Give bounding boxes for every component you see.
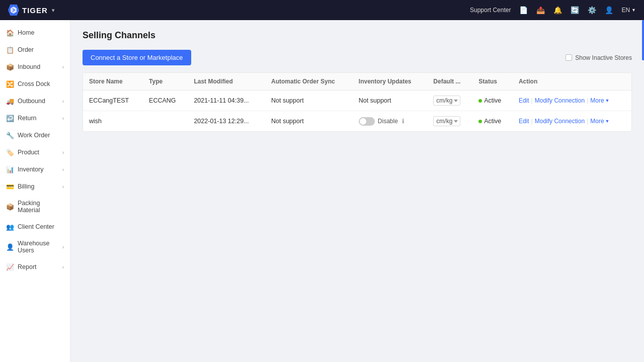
sidebar-item-home[interactable]: 🏠 Home bbox=[0, 24, 70, 41]
tiger-logo-icon bbox=[8, 5, 19, 16]
order-icon: 📋 bbox=[6, 46, 14, 54]
sidebar-label-cross-dock: Cross Dock bbox=[18, 80, 50, 87]
action-group: Edit | Modify Connection | More ▼ bbox=[519, 118, 625, 125]
show-inactive-label: Show Inactive Stores bbox=[575, 54, 632, 61]
connect-store-button[interactable]: Connect a Store or Marketplace bbox=[83, 50, 191, 65]
sidebar-item-left-packing-material: 📦 Packing Material bbox=[6, 200, 64, 214]
inventory-toggle-1[interactable] bbox=[359, 117, 375, 126]
cell-inventory-updates: Not support bbox=[353, 90, 427, 111]
sep1: | bbox=[531, 97, 533, 104]
sidebar-item-left-warehouse-users: 👤 Warehouse Users bbox=[6, 240, 59, 254]
cell-store-name: ECCangTEST bbox=[83, 90, 143, 111]
table-body: ECCangTESTECCANG2021-11-11 04:39...Not s… bbox=[83, 90, 631, 132]
show-inactive-toggle[interactable]: Show Inactive Stores bbox=[566, 54, 632, 61]
more-button-1[interactable]: More ▼ bbox=[590, 118, 609, 125]
bell-icon[interactable]: 🔔 bbox=[553, 6, 562, 15]
sidebar-item-billing[interactable]: 💳 Billing › bbox=[0, 178, 70, 195]
topnav-right: Support Center 📄 📤 🔔 🔄 ⚙️ 👤 EN ▼ bbox=[470, 6, 636, 15]
chevron-warehouse-users-icon: › bbox=[62, 244, 64, 250]
refresh-icon[interactable]: 🔄 bbox=[570, 6, 579, 15]
sidebar-item-left-inventory: 📊 Inventory bbox=[6, 165, 43, 173]
chevron-return-icon: › bbox=[62, 116, 64, 121]
default-select-1[interactable]: cm/kg bbox=[433, 116, 460, 126]
cell-auto-order-sync: Not support bbox=[265, 111, 353, 132]
sidebar-item-report[interactable]: 📈 Report › bbox=[0, 258, 70, 276]
info-icon[interactable]: ℹ bbox=[402, 118, 405, 125]
col-header-store_name: Store Name bbox=[83, 73, 143, 90]
sidebar-item-inventory[interactable]: 📊 Inventory › bbox=[0, 161, 70, 178]
chevron-inbound-icon: › bbox=[62, 64, 64, 70]
sidebar-item-left-report: 📈 Report bbox=[6, 263, 37, 271]
sidebar: 🏠 Home 📋 Order 📦 Inbound › 🔀 Cross Dock bbox=[0, 20, 70, 362]
status-text: Active bbox=[484, 118, 501, 125]
edit-link-0[interactable]: Edit bbox=[519, 97, 529, 104]
sidebar-label-order: Order bbox=[18, 46, 34, 53]
report-icon: 📈 bbox=[6, 263, 14, 271]
cell-store-name: wish bbox=[83, 111, 143, 132]
cell-type bbox=[143, 111, 188, 132]
brand: TIGER ▼ bbox=[8, 5, 56, 16]
table-row: wish2022-01-13 12:29...Not support Disab… bbox=[83, 111, 631, 132]
sidebar-label-inventory: Inventory bbox=[18, 166, 43, 173]
sidebar-item-left-product: 🏷️ Product bbox=[6, 148, 39, 156]
sidebar-item-left-inbound: 📦 Inbound bbox=[6, 63, 40, 71]
document-icon[interactable]: 📄 bbox=[519, 6, 528, 15]
col-header-default: Default ... bbox=[427, 73, 472, 90]
show-inactive-checkbox[interactable] bbox=[566, 54, 572, 61]
support-center-link[interactable]: Support Center bbox=[470, 7, 511, 14]
cell-action: Edit | Modify Connection | More ▼ bbox=[513, 111, 631, 132]
product-icon: 🏷️ bbox=[6, 148, 14, 156]
work-order-icon: 🔧 bbox=[6, 131, 14, 139]
col-header-last_modified: Last Modified bbox=[188, 73, 265, 90]
main-layout: 🏠 Home 📋 Order 📦 Inbound › 🔀 Cross Dock bbox=[0, 20, 644, 362]
accent-bar bbox=[642, 20, 644, 60]
sidebar-item-left-work-order: 🔧 Work Order bbox=[6, 131, 50, 139]
sidebar-item-work-order[interactable]: 🔧 Work Order bbox=[0, 127, 70, 144]
sidebar-item-client-center[interactable]: 👥 Client Center bbox=[0, 218, 70, 235]
inbound-icon: 📦 bbox=[6, 63, 14, 71]
chevron-outbound-icon: › bbox=[62, 99, 64, 104]
sidebar-item-product[interactable]: 🏷️ Product › bbox=[0, 144, 70, 161]
cell-status: Active bbox=[472, 90, 513, 111]
default-select-0[interactable]: cm/kg bbox=[433, 96, 460, 106]
more-chevron-icon: ▼ bbox=[605, 119, 610, 124]
col-header-status: Status bbox=[472, 73, 513, 90]
chevron-product-icon: › bbox=[62, 150, 64, 155]
col-header-auto_order_sync: Automatic Order Sync bbox=[265, 73, 353, 90]
col-header-type: Type bbox=[143, 73, 188, 90]
modify-connection-link-1[interactable]: Modify Connection bbox=[535, 118, 585, 125]
action-group: Edit | Modify Connection | More ▼ bbox=[519, 97, 625, 104]
toggle-knob bbox=[360, 118, 366, 125]
sidebar-item-order[interactable]: 📋 Order bbox=[0, 41, 70, 58]
inventory-toggle-wrap: Disable ℹ bbox=[359, 117, 421, 126]
chevron-inventory-icon: › bbox=[62, 167, 64, 172]
sidebar-label-home: Home bbox=[18, 29, 34, 36]
cell-default: cm/kg bbox=[427, 90, 472, 111]
sidebar-item-return[interactable]: ↩️ Return › bbox=[0, 110, 70, 127]
sidebar-item-packing-material[interactable]: 📦 Packing Material bbox=[0, 195, 70, 218]
modify-connection-link-0[interactable]: Modify Connection bbox=[535, 97, 585, 104]
page-title: Selling Channels bbox=[83, 30, 632, 41]
status-text: Active bbox=[484, 97, 501, 104]
billing-icon: 💳 bbox=[6, 183, 14, 191]
sidebar-item-cross-dock[interactable]: 🔀 Cross Dock bbox=[0, 75, 70, 93]
sidebar-item-outbound[interactable]: 🚚 Outbound › bbox=[0, 93, 70, 110]
sidebar-label-work-order: Work Order bbox=[18, 132, 50, 139]
sep1: | bbox=[531, 118, 533, 125]
main-content: Selling Channels Connect a Store or Mark… bbox=[70, 20, 644, 362]
cell-auto-order-sync: Not support bbox=[265, 90, 353, 111]
edit-link-1[interactable]: Edit bbox=[519, 118, 529, 125]
upload-icon[interactable]: 📤 bbox=[536, 6, 545, 15]
sidebar-item-left-billing: 💳 Billing bbox=[6, 183, 34, 191]
sidebar-item-inbound[interactable]: 📦 Inbound › bbox=[0, 58, 70, 75]
sidebar-item-warehouse-users[interactable]: 👤 Warehouse Users › bbox=[0, 235, 70, 258]
table-header: Store NameTypeLast ModifiedAutomatic Ord… bbox=[83, 73, 631, 90]
col-header-inventory_updates: Inventory Updates bbox=[353, 73, 427, 90]
cross-dock-icon: 🔀 bbox=[6, 80, 14, 88]
more-chevron-icon: ▼ bbox=[605, 98, 610, 103]
user-icon[interactable]: 👤 bbox=[604, 6, 613, 15]
more-button-0[interactable]: More ▼ bbox=[590, 97, 609, 104]
settings-icon[interactable]: ⚙️ bbox=[587, 6, 596, 15]
language-selector[interactable]: EN ▼ bbox=[621, 7, 636, 14]
brand-chevron-icon[interactable]: ▼ bbox=[51, 8, 56, 13]
